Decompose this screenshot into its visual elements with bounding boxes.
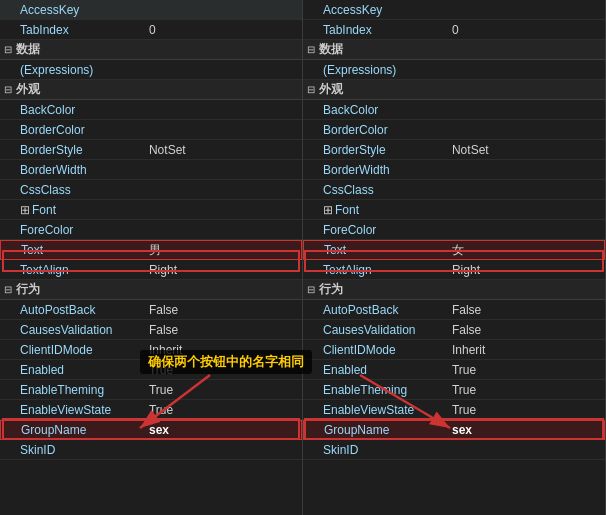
prop-value: Inherit	[145, 341, 302, 359]
prop-row-Font[interactable]: ⊞Font	[303, 200, 605, 220]
prop-row-CssClass[interactable]: CssClass	[303, 180, 605, 200]
section-header-外观[interactable]: ⊟外观	[303, 80, 605, 100]
prop-row-CssClass[interactable]: CssClass	[0, 180, 302, 200]
section-title: 行为	[16, 281, 40, 298]
prop-value	[145, 448, 302, 452]
prop-row-BorderColor[interactable]: BorderColor	[0, 120, 302, 140]
prop-row-BorderWidth[interactable]: BorderWidth	[0, 160, 302, 180]
prop-value: sex	[448, 421, 604, 439]
expand-icon: ⊟	[303, 84, 319, 95]
prop-name: SkinID	[0, 441, 145, 459]
prop-name: (Expressions)	[303, 61, 448, 79]
prop-value: True	[145, 401, 302, 419]
prop-name: GroupName	[1, 421, 145, 439]
section-title: 数据	[319, 41, 343, 58]
prop-row-TextAlign[interactable]: TextAlignRight	[303, 260, 605, 280]
prop-row-EnableTheming[interactable]: EnableThemingTrue	[303, 380, 605, 400]
section-header-行为[interactable]: ⊟行为	[303, 280, 605, 300]
prop-name: ForeColor	[303, 221, 448, 239]
prop-row-EnableViewState[interactable]: EnableViewStateTrue	[303, 400, 605, 420]
prop-row-SkinID[interactable]: SkinID	[303, 440, 605, 460]
section-header-数据[interactable]: ⊟数据	[303, 40, 605, 60]
prop-row-Text[interactable]: Text男	[0, 240, 302, 260]
prop-row-BorderColor[interactable]: BorderColor	[303, 120, 605, 140]
prop-name: BorderStyle	[0, 141, 145, 159]
prop-value	[145, 128, 302, 132]
prop-row-EnableTheming[interactable]: EnableThemingTrue	[0, 380, 302, 400]
prop-name: ForeColor	[0, 221, 145, 239]
prop-row-BorderStyle[interactable]: BorderStyleNotSet	[303, 140, 605, 160]
prop-row-BackColor[interactable]: BackColor	[0, 100, 302, 120]
prop-value: Right	[145, 261, 302, 279]
prop-value: False	[448, 301, 605, 319]
prop-value: True	[448, 401, 605, 419]
left-panel: AccessKeyTabIndex0⊟数据(Expressions)⊟外观Bac…	[0, 0, 303, 515]
prop-value	[145, 228, 302, 232]
prop-name: AutoPostBack	[0, 301, 145, 319]
section-title: 外观	[16, 81, 40, 98]
prop-name: EnableTheming	[303, 381, 448, 399]
prop-name: Enabled	[303, 361, 448, 379]
prop-row-EnableViewState[interactable]: EnableViewStateTrue	[0, 400, 302, 420]
section-header-外观[interactable]: ⊟外观	[0, 80, 302, 100]
prop-name: BorderColor	[303, 121, 448, 139]
prop-name: ⊞Font	[303, 201, 448, 219]
prop-row-GroupName[interactable]: GroupNamesex	[0, 420, 302, 440]
prop-row-BorderStyle[interactable]: BorderStyleNotSet	[0, 140, 302, 160]
expand-icon: ⊟	[0, 284, 16, 295]
prop-row-CausesValidation[interactable]: CausesValidationFalse	[303, 320, 605, 340]
prop-row-SkinID[interactable]: SkinID	[0, 440, 302, 460]
prop-name: Text	[304, 241, 448, 259]
prop-row-ForeColor[interactable]: ForeColor	[303, 220, 605, 240]
prop-row-BackColor[interactable]: BackColor	[303, 100, 605, 120]
section-title: 外观	[319, 81, 343, 98]
section-header-行为[interactable]: ⊟行为	[0, 280, 302, 300]
prop-name: GroupName	[304, 421, 448, 439]
prop-row-Text[interactable]: Text女	[303, 240, 605, 260]
expand-icon: ⊟	[303, 44, 319, 55]
prop-row-AutoPostBack[interactable]: AutoPostBackFalse	[0, 300, 302, 320]
prop-row-ClientIDMode[interactable]: ClientIDModeInherit	[303, 340, 605, 360]
prop-value: 男	[145, 240, 301, 261]
prop-row-AutoPostBack[interactable]: AutoPostBackFalse	[303, 300, 605, 320]
section-header-数据[interactable]: ⊟数据	[0, 40, 302, 60]
prop-name: SkinID	[303, 441, 448, 459]
prop-name: BorderStyle	[303, 141, 448, 159]
prop-name: EnableViewState	[0, 401, 145, 419]
prop-name: EnableViewState	[303, 401, 448, 419]
right-panel: AccessKeyTabIndex0⊟数据(Expressions)⊟外观Bac…	[303, 0, 606, 515]
prop-value: Right	[448, 261, 605, 279]
prop-row-BorderWidth[interactable]: BorderWidth	[303, 160, 605, 180]
prop-value	[448, 208, 605, 212]
prop-row-(Expressions)[interactable]: (Expressions)	[0, 60, 302, 80]
prop-row-AccessKey[interactable]: AccessKey	[0, 0, 302, 20]
prop-row-GroupName[interactable]: GroupNamesex	[303, 420, 605, 440]
prop-value: NotSet	[448, 141, 605, 159]
prop-row-Font[interactable]: ⊞Font	[0, 200, 302, 220]
prop-value: False	[145, 321, 302, 339]
prop-row-TextAlign[interactable]: TextAlignRight	[0, 260, 302, 280]
prop-value	[448, 168, 605, 172]
prop-value	[448, 188, 605, 192]
prop-name: CausesValidation	[0, 321, 145, 339]
prop-value	[145, 168, 302, 172]
prop-row-(Expressions)[interactable]: (Expressions)	[303, 60, 605, 80]
prop-value	[448, 8, 605, 12]
prop-row-CausesValidation[interactable]: CausesValidationFalse	[0, 320, 302, 340]
prop-value	[145, 8, 302, 12]
prop-value: True	[145, 381, 302, 399]
prop-row-Enabled[interactable]: EnabledTrue	[303, 360, 605, 380]
prop-value	[145, 108, 302, 112]
prop-row-ForeColor[interactable]: ForeColor	[0, 220, 302, 240]
prop-row-TabIndex[interactable]: TabIndex0	[0, 20, 302, 40]
prop-row-Enabled[interactable]: EnabledTrue	[0, 360, 302, 380]
prop-value: Inherit	[448, 341, 605, 359]
prop-row-ClientIDMode[interactable]: ClientIDModeInherit	[0, 340, 302, 360]
prop-value	[448, 68, 605, 72]
prop-name: TextAlign	[0, 261, 145, 279]
prop-name: BorderWidth	[303, 161, 448, 179]
prop-row-TabIndex[interactable]: TabIndex0	[303, 20, 605, 40]
prop-value	[145, 68, 302, 72]
prop-row-AccessKey[interactable]: AccessKey	[303, 0, 605, 20]
prop-name: BorderWidth	[0, 161, 145, 179]
